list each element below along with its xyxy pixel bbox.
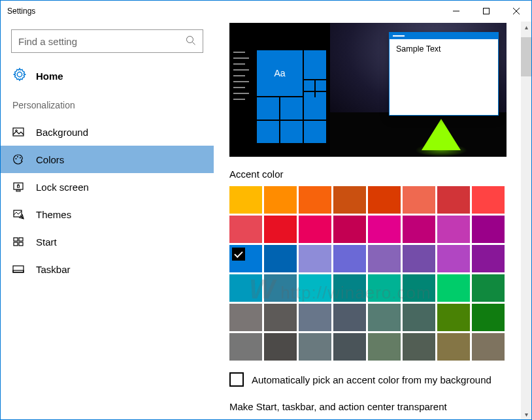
scroll-down-icon[interactable]: ▾: [521, 409, 531, 419]
themes-icon: [12, 208, 24, 220]
auto-accent-checkbox-row[interactable]: Automatically pick an accent color from …: [229, 372, 516, 387]
accent-swatch[interactable]: [437, 304, 470, 331]
sidebar-item-label: Lock screen: [36, 182, 89, 193]
svg-rect-12: [16, 190, 20, 191]
color-preview: Aa Sample Text: [229, 23, 507, 157]
svg-rect-20: [13, 270, 24, 272]
accent-swatch[interactable]: [437, 216, 470, 243]
sidebar-item-label: Taskbar: [36, 264, 71, 275]
sidebar-item-lockscreen[interactable]: Lock screen: [1, 173, 214, 201]
preview-tile-large: Aa: [257, 50, 303, 96]
sample-text: Sample Text: [390, 39, 498, 59]
accent-swatch[interactable]: [333, 216, 366, 243]
svg-point-10: [20, 157, 21, 159]
accent-color-palette: [229, 186, 516, 361]
accent-swatch[interactable]: [299, 216, 331, 243]
accent-color-heading: Accent color: [229, 169, 516, 180]
home-label: Home: [36, 71, 63, 82]
accent-swatch[interactable]: [403, 216, 435, 243]
sidebar-item-background[interactable]: Background: [1, 118, 214, 146]
accent-swatch[interactable]: [264, 186, 297, 214]
accent-swatch[interactable]: [299, 186, 331, 214]
svg-rect-1: [484, 8, 490, 14]
accent-swatch[interactable]: [229, 333, 262, 361]
main-content: Aa Sample Text Accent color Automaticall…: [214, 22, 531, 419]
accent-swatch[interactable]: [333, 333, 366, 361]
accent-swatch[interactable]: [264, 304, 297, 331]
accent-swatch[interactable]: [333, 274, 366, 302]
accent-swatch[interactable]: [403, 186, 435, 214]
accent-swatch[interactable]: [229, 274, 262, 302]
accent-swatch[interactable]: [368, 333, 401, 361]
svg-rect-16: [19, 238, 23, 241]
transparency-heading: Make Start, taskbar, and action center t…: [229, 401, 516, 412]
accent-swatch[interactable]: [403, 245, 435, 272]
svg-point-8: [16, 158, 17, 159]
accent-swatch[interactable]: [368, 186, 401, 214]
preview-sample-window: Sample Text: [389, 32, 499, 116]
accent-swatch[interactable]: [229, 186, 262, 214]
accent-swatch[interactable]: [229, 216, 262, 243]
accent-swatch[interactable]: [437, 274, 470, 302]
accent-swatch[interactable]: [299, 274, 331, 302]
sidebar-item-label: Start: [36, 236, 57, 248]
svg-rect-18: [19, 242, 23, 246]
accent-swatch[interactable]: [472, 186, 505, 214]
accent-swatch[interactable]: [368, 304, 401, 331]
accent-swatch[interactable]: [403, 333, 435, 361]
svg-rect-17: [14, 242, 18, 246]
close-button[interactable]: [501, 1, 531, 22]
accent-swatch[interactable]: [472, 304, 505, 331]
accent-swatch[interactable]: [472, 245, 505, 272]
home-link[interactable]: Home: [1, 62, 214, 93]
sidebar-item-start[interactable]: Start: [1, 228, 214, 255]
start-icon: [12, 236, 24, 248]
accent-swatch[interactable]: [299, 333, 331, 361]
sidebar-item-themes[interactable]: Themes: [1, 201, 214, 228]
lockscreen-icon: [12, 181, 24, 193]
sidebar-item-label: Background: [36, 127, 88, 138]
accent-swatch[interactable]: [472, 333, 505, 361]
accent-swatch[interactable]: [333, 304, 366, 331]
titlebar: Settings: [1, 1, 531, 22]
accent-swatch[interactable]: [437, 333, 470, 361]
palette-icon: [12, 153, 24, 165]
scrollbar[interactable]: ▴ ▾: [521, 22, 531, 419]
svg-rect-15: [14, 238, 18, 241]
window-title: Settings: [7, 7, 441, 16]
auto-accent-label: Automatically pick an accent color from …: [252, 374, 491, 385]
accent-swatch[interactable]: [264, 216, 297, 243]
accent-swatch[interactable]: [437, 245, 470, 272]
accent-swatch[interactable]: [472, 274, 505, 302]
sidebar-item-colors[interactable]: Colors: [1, 146, 214, 173]
accent-swatch[interactable]: [229, 304, 262, 331]
accent-swatch[interactable]: [333, 186, 366, 214]
scroll-up-icon[interactable]: ▴: [521, 22, 531, 32]
accent-swatch[interactable]: [472, 216, 505, 243]
checkbox-icon[interactable]: [229, 372, 244, 387]
accent-swatch[interactable]: [333, 245, 366, 272]
svg-line-5: [193, 42, 195, 44]
accent-swatch[interactable]: [264, 245, 297, 272]
accent-swatch[interactable]: [368, 216, 401, 243]
accent-swatch[interactable]: [264, 274, 297, 302]
maximize-button[interactable]: [471, 1, 501, 22]
accent-swatch[interactable]: [368, 274, 401, 302]
accent-swatch[interactable]: [403, 304, 435, 331]
section-label: Personalization: [1, 93, 214, 118]
accent-swatch[interactable]: [299, 304, 331, 331]
accent-swatch[interactable]: [264, 333, 297, 361]
accent-swatch[interactable]: [229, 245, 262, 272]
svg-point-9: [17, 156, 18, 157]
accent-swatch[interactable]: [403, 274, 435, 302]
minimize-button[interactable]: [441, 1, 471, 22]
sidebar-item-label: Colors: [36, 154, 64, 165]
search-placeholder: Find a setting: [18, 36, 186, 47]
accent-swatch[interactable]: [299, 245, 331, 272]
search-input[interactable]: Find a setting: [11, 29, 203, 53]
svg-rect-6: [13, 128, 24, 136]
scroll-thumb[interactable]: [521, 37, 531, 76]
accent-swatch[interactable]: [437, 186, 470, 214]
accent-swatch[interactable]: [368, 245, 401, 272]
sidebar-item-taskbar[interactable]: Taskbar: [1, 255, 214, 283]
